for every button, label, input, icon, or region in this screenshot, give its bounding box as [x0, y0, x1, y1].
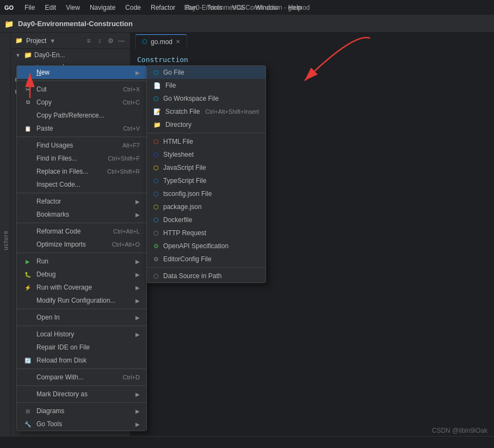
menu-divider-after-new [17, 81, 146, 81]
main-layout: ucture 📁 Project ▼ ≡ ↕ ⚙ — ▼ 📁 Day0-En..… [0, 33, 494, 448]
open-in-arrow-icon: ▶ [135, 315, 140, 321]
panel-icon-expand[interactable]: ↕ [95, 36, 104, 45]
copy-icon: ⧉ [23, 98, 32, 107]
submenu-dockerfile[interactable]: ⬡ Dockerfile [147, 213, 265, 226]
menu-item-local-history[interactable]: Local History ▶ [17, 328, 146, 341]
menu-reformat-label: Reformat Code [36, 228, 109, 235]
js-label: JavaScript File [163, 164, 206, 171]
go-workspace-label: Go Workspace File [163, 95, 219, 102]
menu-file[interactable]: File [20, 3, 39, 13]
menu-item-inspect[interactable]: Inspect Code... [17, 178, 146, 191]
editorconfig-icon: ⚙ [153, 256, 159, 263]
panel-title: Project [26, 37, 46, 45]
coverage-arrow-icon: ▶ [135, 285, 140, 291]
menu-code[interactable]: Code [121, 3, 145, 13]
packagejson-icon: ⬡ [153, 204, 159, 211]
menu-item-copy[interactable]: ⧉ Copy Ctrl+C [17, 96, 146, 109]
tree-root[interactable]: ▼ 📁 Day0-En... [11, 49, 130, 61]
submenu-datasource[interactable]: ⬡ Data Source in Path [147, 269, 265, 283]
menu-refactor[interactable]: Refactor [146, 3, 180, 13]
packagejson-label: package.json [163, 203, 202, 211]
menu-item-refactor[interactable]: Refactor ▶ [17, 195, 146, 208]
menu-item-go-tools[interactable]: 🔧 Go Tools ▶ [17, 418, 146, 431]
menu-item-run[interactable]: ▶ Run ▶ [17, 255, 146, 268]
tab-gomod[interactable]: ⬡ go.mod ✕ [135, 34, 187, 48]
submenu-js[interactable]: ⬡ JavaScript File [147, 161, 265, 174]
menu-item-compare[interactable]: Compare With... Ctrl+D [17, 371, 146, 384]
bookmarks-icon [23, 210, 32, 219]
tree-root-folder-icon: 📁 [24, 51, 32, 59]
debug-icon: 🐛 [23, 270, 32, 279]
submenu-editorconfig[interactable]: ⚙ EditorConfig File [147, 253, 265, 266]
menu-coverage-label: Run with Coverage [36, 284, 131, 291]
panel-icon-align[interactable]: ≡ [84, 36, 93, 45]
menu-item-find-files[interactable]: Find in Files... Ctrl+Shift+F [17, 152, 146, 165]
menu-item-cut[interactable]: ✂ Cut Ctrl+X [17, 83, 146, 96]
tab-close-icon[interactable]: ✕ [176, 39, 180, 45]
file-icon: 📄 [153, 82, 161, 89]
menu-item-diagrams[interactable]: ⊞ Diagrams ▶ [17, 404, 146, 418]
tree-root-label: Day0-En... [34, 51, 65, 59]
submenu-ts[interactable]: ⬡ TypeScript File [147, 174, 265, 187]
menu-item-modify-run[interactable]: Modify Run Configuration... ▶ [17, 294, 146, 307]
status-bar [0, 436, 494, 448]
refactor-arrow-icon: ▶ [135, 199, 140, 205]
scratch-shortcut: Ctrl+Alt+Shift+Insert [205, 108, 259, 115]
submenu-file[interactable]: 📄 File [147, 79, 265, 92]
side-panel-label: ucture [0, 33, 11, 448]
menu-view[interactable]: View [61, 3, 84, 13]
submenu-tsconfig[interactable]: ⬡ tsconfig.json File [147, 187, 265, 200]
menu-item-reformat[interactable]: Reformat Code Ctrl+Alt+L [17, 225, 146, 238]
submenu-stylesheet[interactable]: ⬡ Stylesheet [147, 148, 265, 161]
optimize-icon [23, 240, 32, 249]
panel-toolbar: ≡ ↕ ⚙ — [84, 36, 126, 45]
menu-item-mark-dir[interactable]: Mark Directory as ▶ [17, 388, 146, 401]
find-usages-icon [23, 141, 32, 150]
tab-gomod-icon: ⬡ [142, 38, 147, 45]
local-history-icon [23, 330, 32, 339]
menu-edit[interactable]: Edit [40, 3, 60, 13]
menu-item-optimize[interactable]: Optimize Imports Ctrl+Alt+O [17, 238, 146, 251]
panel-icon-settings[interactable]: ⚙ [106, 36, 115, 45]
submenu-go-file[interactable]: ⬡ Go File [147, 66, 265, 79]
menu-item-paste[interactable]: 📋 Paste Ctrl+V [17, 122, 146, 135]
http-label: HTTP Request [163, 229, 206, 237]
submenu-packagejson[interactable]: ⬡ package.json [147, 200, 265, 213]
submenu-go-workspace[interactable]: ⬡ Go Workspace File [147, 92, 265, 105]
menu-item-debug[interactable]: 🐛 Debug ▶ [17, 268, 146, 281]
menu-item-open-in[interactable]: Open In ▶ [17, 311, 146, 324]
panel-icon-minimize[interactable]: — [117, 36, 126, 45]
submenu-openapi[interactable]: ⚙ OpenAPI Specification [147, 240, 265, 253]
menu-item-replace-files[interactable]: Replace in Files... Ctrl+Shift+R [17, 165, 146, 178]
submenu-http[interactable]: ⬡ HTTP Request [147, 226, 265, 240]
bookmarks-arrow-icon: ▶ [135, 212, 140, 218]
submenu-scratch-file[interactable]: 📝 Scratch File Ctrl+Alt+Shift+Insert [147, 105, 265, 118]
datasource-label: Data Source in Path [163, 272, 221, 280]
menu-copy-label: Copy [36, 99, 119, 106]
watermark: CSDN @libin9iOak [432, 427, 487, 434]
repair-ide-icon [23, 343, 32, 352]
menu-navigate[interactable]: Navigate [85, 3, 120, 13]
menu-item-coverage[interactable]: ⚡ Run with Coverage ▶ [17, 281, 146, 294]
tsconfig-icon: ⬡ [153, 191, 159, 198]
submenu-html[interactable]: ⬡ HTML File [147, 135, 265, 148]
menu-item-repair-ide[interactable]: Repair IDE on File [17, 341, 146, 354]
reload-icon: 🔄 [23, 356, 32, 365]
menu-item-reload[interactable]: 🔄 Reload from Disk [17, 354, 146, 367]
find-files-icon [23, 154, 32, 163]
menu-item-bookmarks[interactable]: Bookmarks ▶ [17, 208, 146, 221]
menu-reload-label: Reload from Disk [36, 357, 140, 364]
panel-dropdown-icon[interactable]: ▼ [50, 38, 55, 44]
submenu-directory[interactable]: 📁 Directory [147, 118, 265, 131]
menu-item-copy-path[interactable]: Copy Path/Reference... [17, 109, 146, 122]
project-header: 📁 Day0-Environmental-Construction [0, 15, 494, 33]
menu-item-find-usages[interactable]: Find Usages Alt+F7 [17, 139, 146, 152]
window-title: Day0-Environmental-Construction - go.mod [184, 4, 310, 11]
context-menu: New ▶ ⬡ Go File 📄 File ⬡ Go Work [16, 65, 147, 431]
menu-divider-3 [17, 193, 146, 193]
compare-icon [23, 373, 32, 382]
menu-find-files-label: Find in Files... [36, 155, 103, 162]
new-icon [23, 68, 32, 77]
debug-arrow-icon: ▶ [135, 272, 140, 278]
menu-item-new[interactable]: New ▶ ⬡ Go File 📄 File ⬡ Go Work [17, 66, 146, 79]
